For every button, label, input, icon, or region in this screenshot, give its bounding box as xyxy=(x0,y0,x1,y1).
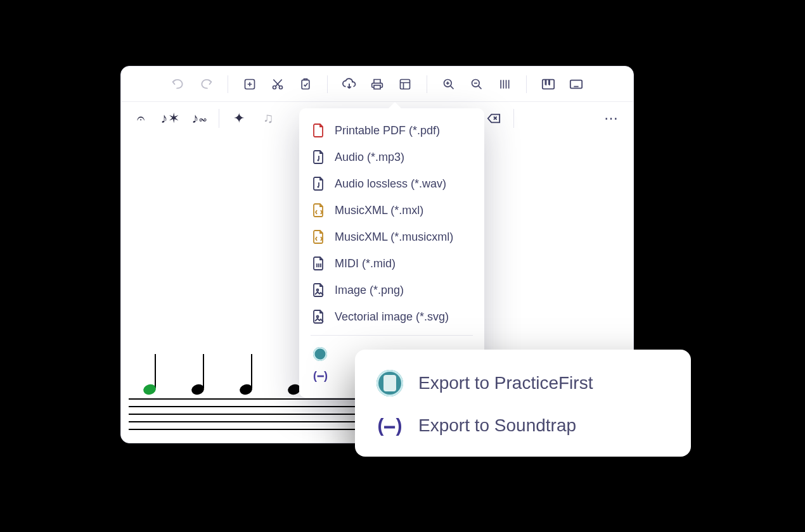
main-toolbar xyxy=(121,66,633,102)
bar-lines-button[interactable] xyxy=(494,73,515,95)
notation-item-1[interactable]: ♪✶ xyxy=(155,106,184,131)
notation-item-4[interactable]: ♫ xyxy=(254,106,283,131)
svg-rect-4 xyxy=(374,85,380,89)
practicefirst-icon xyxy=(313,347,327,361)
layout-button[interactable] xyxy=(394,73,416,95)
export-item-label: Image (*.png) xyxy=(335,284,404,297)
export-item-label: Vectorial image (*.svg) xyxy=(335,310,449,324)
piano-button[interactable] xyxy=(538,73,559,95)
export-to-practicefirst[interactable]: Export to PracticeFirst xyxy=(373,361,673,405)
soundtrap-icon: (‒) xyxy=(313,369,327,383)
svg-rect-10 xyxy=(548,79,550,84)
image-file-icon xyxy=(313,283,326,297)
pdf-file-icon xyxy=(313,124,326,137)
svg-point-1 xyxy=(273,86,276,89)
svg-rect-9 xyxy=(545,79,547,84)
image-file-icon xyxy=(313,310,326,324)
export-item-pdf[interactable]: Printable PDF (*.pdf) xyxy=(299,117,484,144)
cut-button[interactable] xyxy=(267,73,288,95)
add-box-button[interactable] xyxy=(239,73,261,95)
xml-file-icon xyxy=(313,230,326,244)
redo-button[interactable] xyxy=(195,73,217,95)
export-item-label: MusicXML (*.mxl) xyxy=(335,204,423,217)
clipboard-check-button[interactable] xyxy=(295,73,316,95)
svg-point-13 xyxy=(318,186,319,188)
cloud-download-button[interactable] xyxy=(338,73,360,95)
svg-point-2 xyxy=(280,86,283,89)
xml-file-icon xyxy=(313,203,326,217)
audio-file-icon xyxy=(313,150,326,164)
export-item-mxl[interactable]: MusicXML (*.mxl) xyxy=(299,197,484,224)
midi-file-icon xyxy=(313,256,326,270)
magnified-export-panel: Export to PracticeFirst (‒) Export to So… xyxy=(355,350,691,457)
export-item-mp3[interactable]: Audio (*.mp3) xyxy=(299,144,484,170)
practicefirst-icon xyxy=(377,370,403,396)
zoom-out-button[interactable] xyxy=(466,73,487,95)
export-item-svg[interactable]: Vectorial image (*.svg) xyxy=(299,303,484,330)
export-item-label: Audio lossless (*.wav) xyxy=(335,177,446,191)
more-button[interactable]: ⋯ xyxy=(599,110,624,127)
export-item-label: MIDI (*.mid) xyxy=(335,257,396,270)
svg-point-14 xyxy=(317,289,319,291)
export-to-soundtrap[interactable]: (‒) Export to Soundtrap xyxy=(373,405,673,445)
music-note xyxy=(231,354,261,405)
audio-file-icon xyxy=(313,177,326,191)
export-item-label: MusicXML (*.musicxml) xyxy=(335,231,453,244)
music-note xyxy=(183,354,212,405)
keyboard-button[interactable] xyxy=(565,73,587,95)
export-item-label: Printable PDF (*.pdf) xyxy=(335,124,440,137)
svg-point-15 xyxy=(317,316,319,318)
export-item-wav[interactable]: Audio lossless (*.wav) xyxy=(299,170,484,197)
svg-rect-5 xyxy=(401,79,410,89)
export-item-musicxml[interactable]: MusicXML (*.musicxml) xyxy=(299,224,484,250)
undo-button[interactable] xyxy=(167,73,189,95)
soundtrap-icon: (‒) xyxy=(377,414,403,436)
zoom-in-button[interactable] xyxy=(438,73,460,95)
export-item-png[interactable]: Image (*.png) xyxy=(299,277,484,303)
notation-item-2[interactable]: ♪𝆗 xyxy=(184,106,214,131)
export-item-label: Export to Soundtrap xyxy=(418,415,576,436)
print-button[interactable] xyxy=(366,73,388,95)
notation-item-0[interactable]: 𝄐 xyxy=(126,106,155,131)
export-item-label: Audio (*.mp3) xyxy=(335,151,404,164)
svg-point-12 xyxy=(318,160,319,162)
music-note xyxy=(135,354,164,405)
svg-rect-3 xyxy=(302,80,309,89)
export-item-midi[interactable]: MIDI (*.mid) xyxy=(299,250,484,277)
export-item-label: Export to PracticeFirst xyxy=(418,373,593,393)
notation-item-3[interactable]: ✦ xyxy=(224,106,254,131)
